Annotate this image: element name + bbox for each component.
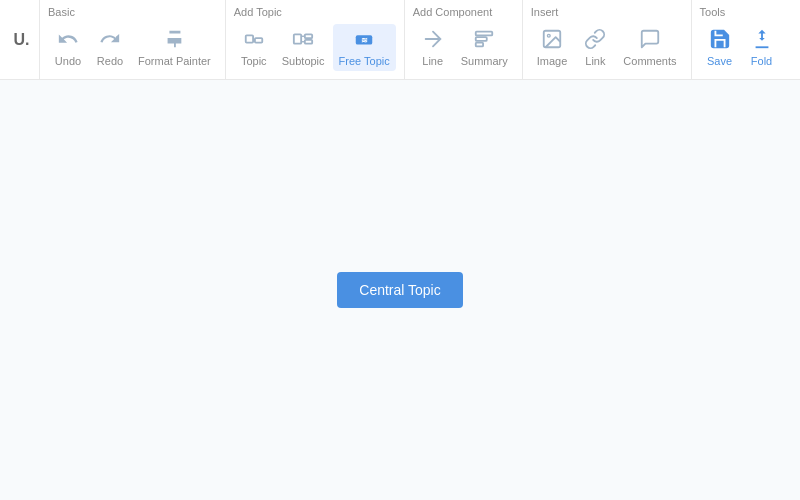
group-label-add-topic: Add Topic — [234, 6, 396, 18]
comments-icon — [639, 28, 661, 53]
link-icon — [584, 28, 606, 53]
subtopic-button[interactable]: Subtopic — [276, 24, 331, 71]
group-label-basic: Basic — [48, 6, 217, 18]
central-topic-button[interactable]: Central Topic — [337, 272, 462, 308]
svg-rect-3 — [294, 34, 301, 43]
undo-button[interactable]: Undo — [48, 24, 88, 71]
canvas: Central Topic — [0, 80, 800, 500]
undo-label: Undo — [55, 55, 81, 67]
link-label: Link — [585, 55, 605, 67]
subtopic-icon — [292, 28, 314, 53]
fold-icon — [751, 28, 773, 53]
save-button[interactable]: Save — [700, 24, 740, 71]
format-painter-label: Format Painter — [138, 55, 211, 67]
add-component-items: Line Summary — [413, 24, 514, 75]
toolbar-group-tools: Tools Save Fold — [692, 0, 790, 79]
svg-rect-11 — [476, 37, 487, 41]
redo-label: Redo — [97, 55, 123, 67]
toolbar-group-add-component: Add Component Line Summary — [405, 0, 523, 79]
image-icon — [541, 28, 563, 53]
line-label: Line — [422, 55, 443, 67]
format-painter-button[interactable]: Format Painter — [132, 24, 217, 71]
svg-line-2 — [253, 39, 255, 40]
format-painter-icon — [163, 28, 185, 53]
svg-rect-12 — [476, 43, 483, 47]
summary-button[interactable]: Summary — [455, 24, 514, 71]
svg-rect-1 — [255, 38, 262, 43]
line-icon — [422, 28, 444, 53]
basic-items: Undo Redo Format Painter — [48, 24, 217, 75]
group-label-insert: Insert — [531, 6, 683, 18]
toolbar-group-add-topic: Add Topic Topic Subtopic ≋ Free Topic — [226, 0, 405, 79]
group-label-add-component: Add Component — [413, 6, 514, 18]
insert-items: Image Link Comments — [531, 24, 683, 75]
free-topic-button[interactable]: ≋ Free Topic — [333, 24, 396, 71]
image-button[interactable]: Image — [531, 24, 574, 71]
line-button[interactable]: Line — [413, 24, 453, 71]
add-topic-items: Topic Subtopic ≋ Free Topic — [234, 24, 396, 75]
toolbar-group-insert: Insert Image Link Comments — [523, 0, 692, 79]
svg-point-14 — [547, 34, 550, 37]
free-topic-icon: ≋ — [353, 28, 375, 53]
topic-icon — [243, 28, 265, 53]
save-label: Save — [707, 55, 732, 67]
link-button[interactable]: Link — [575, 24, 615, 71]
svg-rect-4 — [305, 34, 312, 38]
free-topic-label: Free Topic — [339, 55, 390, 67]
subtopic-label: Subtopic — [282, 55, 325, 67]
logo: U. — [4, 0, 40, 79]
svg-rect-10 — [476, 32, 493, 36]
group-label-tools: Tools — [700, 6, 782, 18]
topic-button[interactable]: Topic — [234, 24, 274, 71]
comments-button[interactable]: Comments — [617, 24, 682, 71]
tools-items: Save Fold — [700, 24, 782, 75]
toolbar: U. Basic Undo Redo Format Painter — [0, 0, 800, 80]
comments-label: Comments — [623, 55, 676, 67]
image-label: Image — [537, 55, 568, 67]
redo-icon — [99, 28, 121, 53]
redo-button[interactable]: Redo — [90, 24, 130, 71]
svg-rect-5 — [305, 40, 312, 44]
save-icon — [709, 28, 731, 53]
svg-rect-0 — [246, 35, 253, 42]
fold-button[interactable]: Fold — [742, 24, 782, 71]
toolbar-group-basic: Basic Undo Redo Format Painter — [40, 0, 226, 79]
summary-icon — [473, 28, 495, 53]
svg-text:≋: ≋ — [361, 36, 368, 45]
fold-label: Fold — [751, 55, 772, 67]
summary-label: Summary — [461, 55, 508, 67]
topic-label: Topic — [241, 55, 267, 67]
undo-icon — [57, 28, 79, 53]
